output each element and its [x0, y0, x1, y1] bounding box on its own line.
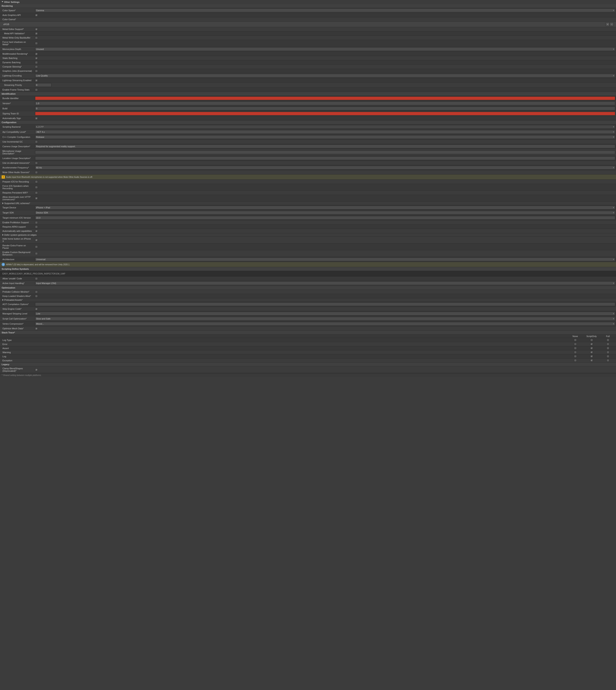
assert-none-checkbox[interactable] — [574, 347, 577, 349]
allow-unsafe-label: Allow 'unsafe' Code — [0, 277, 34, 280]
scripting-symbols-input[interactable] — [2, 272, 614, 276]
logtype-full-checkbox[interactable] — [607, 339, 609, 341]
hide-home-checkbox[interactable] — [35, 239, 38, 241]
clamp-blendshapes-checkbox[interactable] — [35, 368, 38, 371]
force-shadows-checkbox[interactable] — [35, 42, 38, 45]
multithreaded-checkbox[interactable] — [35, 52, 38, 55]
script-call-opt-dropdown[interactable]: Slow and SafeFast but no Exceptions — [35, 317, 615, 321]
prepare-ios-checkbox[interactable] — [35, 180, 38, 183]
active-input-row: Active Input Handling* Input Manager (Ol… — [0, 281, 616, 286]
error-full-checkbox[interactable] — [607, 343, 609, 345]
on-demand-checkbox[interactable] — [35, 162, 38, 164]
exception-scriptonly-checkbox[interactable] — [590, 359, 593, 362]
auto-graphics-checkbox[interactable] — [35, 14, 38, 17]
compute-skinning-checkbox[interactable] — [35, 65, 38, 68]
version-input[interactable] — [35, 102, 615, 105]
logtype-none-checkbox[interactable] — [574, 339, 577, 341]
metal-write-checkbox[interactable] — [35, 37, 38, 39]
assert-scriptonly-checkbox[interactable] — [590, 347, 593, 349]
dynamic-batching-checkbox[interactable] — [35, 61, 38, 64]
lightmap-encoding-row: Lightmap Encoding Low QualityNormal Qual… — [0, 73, 616, 78]
allow-unsafe-checkbox[interactable] — [35, 277, 38, 280]
location-usage-input[interactable] — [35, 156, 615, 160]
warning-full-checkbox[interactable] — [607, 351, 609, 353]
log-scriptonly-checkbox[interactable] — [590, 355, 593, 358]
optimize-mesh-checkbox[interactable] — [35, 327, 38, 330]
warning-none-checkbox[interactable] — [574, 351, 577, 353]
auto-sign-checkbox[interactable] — [35, 117, 38, 120]
metal-editor-checkbox[interactable] — [35, 28, 38, 30]
min-ios-input[interactable] — [35, 216, 615, 220]
color-space-dropdown[interactable]: GammaLinear — [35, 8, 615, 12]
stack-col-full: Full — [600, 335, 616, 338]
arkit-checkbox[interactable] — [35, 225, 38, 228]
url-schemes-row[interactable]: Supported URL schemes* — [0, 202, 616, 205]
static-batching-checkbox[interactable] — [35, 57, 38, 60]
streaming-priority-input[interactable] — [35, 83, 51, 87]
target-device-dropdown[interactable]: iPhone OnlyiPad OnlyiPhone + iPad — [35, 206, 615, 210]
location-usage-row: Location Usage Description* — [0, 156, 616, 161]
build-input[interactable] — [35, 107, 615, 110]
camera-usage-input[interactable] — [35, 145, 615, 148]
prebake-checkbox[interactable] — [35, 290, 38, 293]
add-color-gamut-button[interactable]: + — [606, 22, 610, 26]
managed-stripping-dropdown[interactable]: DisabledLowMediumHigh — [35, 312, 615, 316]
log-full-checkbox[interactable] — [607, 355, 609, 358]
scripting-symbols-row[interactable] — [0, 271, 616, 277]
metal-api-checkbox[interactable] — [35, 32, 38, 35]
persistent-wifi-checkbox[interactable] — [35, 192, 38, 194]
render-extra-checkbox[interactable] — [35, 245, 38, 248]
defer-gestures-row[interactable]: Defer system gestures on edges — [0, 233, 616, 237]
graphics-jobs-checkbox[interactable] — [35, 70, 38, 72]
vertex-compression-dropdown[interactable]: NoneMixed...Everything — [35, 322, 615, 326]
log-none-checkbox[interactable] — [574, 355, 577, 358]
remove-color-gamut-button[interactable]: − — [610, 22, 614, 26]
exception-full-checkbox[interactable] — [607, 359, 609, 362]
custom-bg-checkbox[interactable] — [35, 252, 38, 255]
mute-audio-checkbox[interactable] — [35, 171, 38, 174]
error-none-checkbox[interactable] — [574, 343, 577, 345]
metal-write-row: Metal Write-Only Backbuffer — [0, 36, 616, 40]
logtype-scriptonly-checkbox[interactable] — [590, 339, 593, 341]
bundle-id-input[interactable] — [35, 96, 615, 100]
identification-group-label: Identification — [0, 92, 616, 96]
memoryless-dropdown[interactable]: UnusedForcedAutomatic — [35, 47, 615, 51]
auto-caps-checkbox[interactable] — [35, 230, 38, 233]
dynamic-batching-row: Dynamic Batching — [0, 60, 616, 65]
cpp-compiler-dropdown[interactable]: DebugReleaseMaster — [35, 135, 615, 139]
hide-home-label: Hide home button on iPhone X — [0, 237, 34, 243]
architecture-dropdown[interactable]: ARM64Universal — [35, 258, 615, 261]
lightmap-streaming-row: Lightmap Streaming Enabled — [0, 78, 616, 83]
frame-timing-checkbox[interactable] — [35, 88, 38, 91]
preloaded-assets-row[interactable]: Preloaded Assets* — [0, 298, 616, 302]
color-space-value[interactable]: GammaLinear — [34, 8, 616, 13]
prebake-row: Prebake Collision Meshes* — [0, 290, 616, 294]
warning-scriptonly-checkbox[interactable] — [590, 351, 593, 353]
promotion-checkbox[interactable] — [35, 221, 38, 224]
target-sdk-dropdown[interactable]: Device SDKSimulator SDK — [35, 211, 615, 215]
exception-none-checkbox[interactable] — [574, 359, 577, 362]
microphone-usage-input[interactable] — [35, 150, 615, 154]
cpp-compiler-label: C++ Compiler Configuration — [0, 135, 34, 139]
vertex-compression-row: Vertex Compression* NoneMixed...Everythi… — [0, 321, 616, 326]
aot-row: AOT Compilation Options* — [0, 302, 616, 307]
assert-full-checkbox[interactable] — [607, 347, 609, 349]
aot-input[interactable] — [35, 302, 615, 306]
color-gamut-item: sRGB — [3, 23, 9, 25]
signing-team-input[interactable] — [35, 112, 615, 115]
strip-engine-checkbox[interactable] — [35, 308, 38, 310]
error-scriptonly-checkbox[interactable] — [590, 343, 593, 345]
allow-downloads-checkbox[interactable] — [35, 197, 38, 200]
scripting-backend-dropdown[interactable]: IL2CPP — [35, 125, 615, 129]
api-compat-label: Api Compatibility Level* — [0, 130, 34, 133]
active-input-dropdown[interactable]: Input Manager (Old)Input System Package … — [35, 281, 615, 285]
force-ios-speakers-checkbox[interactable] — [35, 186, 38, 189]
accelerometer-dropdown[interactable]: Disabled15 Hz30 Hz60 Hz100 Hz — [35, 166, 615, 169]
scripting-group-label: Scripting Define Symbols — [0, 267, 616, 271]
api-compat-dropdown[interactable]: .NET Standard 2.0.NET 4.x — [35, 130, 615, 134]
lightmap-encoding-dropdown[interactable]: Low QualityNormal QualityHigh Quality — [35, 74, 615, 78]
prebake-label: Prebake Collision Meshes* — [0, 290, 34, 294]
incremental-gc-checkbox[interactable] — [35, 141, 38, 143]
keep-shaders-checkbox[interactable] — [35, 295, 38, 298]
lightmap-streaming-checkbox[interactable] — [35, 79, 38, 82]
